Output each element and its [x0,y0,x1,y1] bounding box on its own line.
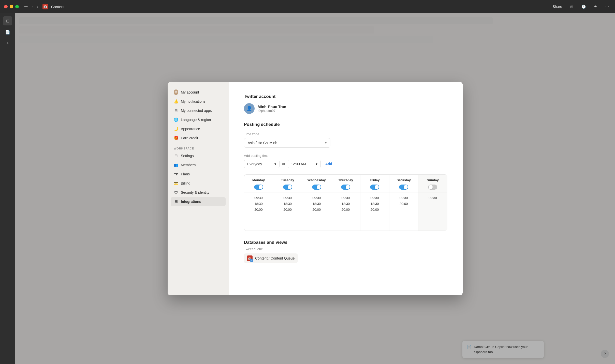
day-frequency-value: Everyday [247,162,262,166]
day-frequency-select[interactable]: Everyday ▾ [244,160,280,168]
sidebar-item-label: Earn credit [181,136,198,140]
day-name: Thursday [331,178,360,182]
view-toggle-button[interactable]: ⊞ [568,4,575,10]
titlebar: ☰ ‹ › 📅 Content Share ⊞ 🕐 ★ ⋯ [0,0,615,13]
modal-main-content: Twitter account 👤 Minh-Phuc Tran @phuctm… [229,82,463,295]
add-posting-time-label: Add posting time [244,154,447,158]
modal-sidebar: M My account 🔔 My notifications ⊞ My con… [168,82,229,295]
db-name: Content / Content Queue [255,256,295,260]
people-icon: 👥 [174,163,178,167]
maximize-button[interactable] [15,5,19,8]
toggle-wrap-saturday [389,185,418,190]
bookmark-button[interactable]: ★ [592,4,599,10]
sidebar-item-label: My notifications [181,99,205,103]
sidebar-item-my-connected-apps[interactable]: ⊞ My connected apps [171,106,226,115]
settings-modal: M My account 🔔 My notifications ⊞ My con… [168,82,463,295]
sidebar-item-members[interactable]: 👥 Members [171,161,226,169]
day-column-thursday: Thursday 09:30 18:30 20:00 [331,175,360,231]
day-times-monday: 09:30 18:30 20:00 [244,192,273,215]
sidebar-item-language-region[interactable]: 🌐 Language & region [171,115,226,124]
time-slot: 20:00 [371,208,379,211]
toggle-saturday[interactable] [399,185,408,190]
sidebar-item-earn-credit[interactable]: 🎁 Earn credit [171,134,226,142]
sidebar-icon-table[interactable]: ⊞ [3,16,12,25]
sidebar-item-plans[interactable]: 🗺 Plans [171,170,226,178]
time-slot: 09:30 [400,196,408,200]
database-item[interactable]: 📅 ↗ Content / Content Queue [244,253,298,263]
add-time-button[interactable]: Add [323,161,334,167]
day-header-sunday: Sunday [418,175,447,192]
time-slot: 20:00 [313,208,321,211]
toggle-wrap-monday [244,185,273,190]
main-area: ⊞ 📄 + 📄 Damn! Github Copilot now uses yo… [0,13,615,364]
toggle-wrap-thursday [331,185,360,190]
history-button[interactable]: 🕐 [579,4,588,10]
map-icon: 🗺 [174,172,178,176]
toggle-thursday[interactable] [341,185,350,190]
add-posting-row: Everyday ▾ at 12:00 AM ▾ Add [244,160,447,168]
day-name: Tuesday [273,178,302,182]
sidebar-item-label: Settings [181,154,194,158]
toggle-friday[interactable] [370,185,379,190]
sidebar-item-label: Billing [181,181,190,185]
bell-icon: 🔔 [174,99,178,104]
back-button[interactable]: ‹ [31,4,34,9]
grid-icon: ⊞ [174,108,178,113]
sidebar-item-label: Security & identity [181,190,209,194]
chevron-down-icon: ▾ [274,162,276,166]
minimize-button[interactable] [10,5,13,8]
hamburger-menu[interactable]: ☰ [24,4,28,9]
posting-schedule-title: Posting schedule [244,122,447,127]
settings-grid-icon: ⊞ [174,154,178,158]
db-overlay-icon: ↗ [250,259,253,262]
forward-button[interactable]: › [36,4,39,9]
gift-icon: 🎁 [174,136,178,140]
at-label: at [282,162,285,166]
more-options-button[interactable]: ⋯ [603,4,611,10]
time-slot: 09:30 [429,196,437,200]
time-select[interactable]: 12:00 AM ▾ [288,160,321,168]
twitter-avatar: 👤 [244,103,255,114]
twitter-handle: @phuctm97 [258,109,286,113]
day-header-wednesday: Wednesday [302,175,331,192]
day-name: Monday [244,178,273,182]
sidebar-item-appearance[interactable]: 🌙 Appearance [171,125,226,133]
time-slot: 18:30 [283,202,292,206]
traffic-lights [4,5,19,8]
time-slot: 09:30 [371,196,379,200]
day-times-thursday: 09:30 18:30 20:00 [331,192,360,215]
chevron-down-icon: ▾ [316,162,317,166]
time-slot: 18:30 [254,202,263,206]
toggle-monday[interactable] [254,185,263,190]
avatar-icon: M [174,90,178,95]
sidebar-item-my-account[interactable]: M My account [171,88,226,97]
nav-arrows: ‹ › [31,4,39,9]
card-icon: 💳 [174,181,178,186]
sidebar-item-my-notifications[interactable]: 🔔 My notifications [171,97,226,106]
day-times-friday: 09:30 18:30 20:00 [360,192,389,215]
close-button[interactable] [4,5,8,8]
day-header-saturday: Saturday [389,175,418,192]
day-times-saturday: 09:30 20:00 [389,192,418,209]
timezone-select[interactable]: Asia / Ho Chi Minh ▾ [244,138,330,148]
app-icon: 📅 [42,4,48,9]
sidebar-item-integrations[interactable]: ⊞ Integrations [171,197,226,206]
databases-title: Databases and views [244,240,447,245]
time-slot: 09:30 [313,196,321,200]
app-sidebar: ⊞ 📄 + [0,13,15,364]
sidebar-icon-add[interactable]: + [3,39,12,48]
titlebar-actions: Share ⊞ 🕐 ★ ⋯ [551,4,611,10]
time-slot: 09:30 [342,196,350,200]
toggle-wrap-sunday [418,185,447,190]
sidebar-icon-doc[interactable]: 📄 [3,27,12,37]
day-column-tuesday: Tuesday 09:30 18:30 20:00 [273,175,302,231]
timezone-label: Time zone [244,132,447,136]
toggle-wednesday[interactable] [312,185,321,190]
sidebar-item-billing[interactable]: 💳 Billing [171,179,226,188]
toggle-tuesday[interactable] [283,185,292,190]
sidebar-item-settings[interactable]: ⊞ Settings [171,151,226,160]
time-slot: 09:30 [283,196,292,200]
share-button[interactable]: Share [551,4,564,10]
sidebar-item-security-identity[interactable]: 🛡 Security & identity [171,188,226,197]
toggle-sunday[interactable] [428,185,437,190]
